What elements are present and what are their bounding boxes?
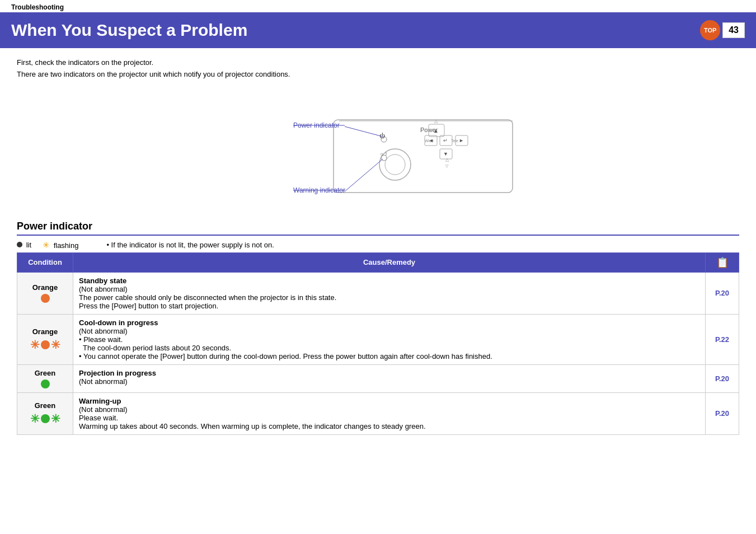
projector-diagram: ⏻ Power ☼ ! ▲ △ Wide Tele ↵ [210,86,546,209]
power-indicator-table: Condition Cause/Remedy 📋 Orange [17,252,739,435]
cause-cell-3: Projection in progress (Not abnormal) [73,364,706,392]
legend-lit: lit [17,241,31,249]
cause-cell-4: Warming-up (Not abnormal) Please wait. W… [73,392,706,434]
section-title-power: Power indicator [17,221,739,236]
svg-text:▼: ▼ [443,151,448,157]
legend-area: lit ✳ flashing • If the indicator is not… [17,240,739,250]
cause-title-2: Cool-down in progress [79,318,699,327]
cause-cell-2: Cool-down in progress (Not abnormal) • P… [73,314,706,364]
condition-color-3: Green [23,369,67,377]
ref-link-2[interactable]: P.22 [715,335,729,344]
svg-point-2 [385,154,405,175]
condition-color-2: Orange [23,327,67,336]
col-cause: Cause/Remedy [73,252,706,272]
ref-link-4[interactable]: P.20 [715,409,729,418]
green-flash-icon: ✳ ✳ [23,412,67,425]
flash-sun-icon: ✳ [43,240,50,250]
page-number: 43 [722,22,745,38]
svg-text:↵: ↵ [443,138,448,143]
ref-link-1[interactable]: P.20 [715,289,729,297]
cause-body-3: (Not abnormal) [79,377,699,386]
orange-dot-icon [23,294,67,303]
condition-color-1: Orange [23,283,67,292]
cause-body-2: (Not abnormal) • Please wait. The cool-d… [79,327,699,360]
top-icon[interactable]: TOP [700,20,720,40]
cause-title-1: Standby state [79,277,699,285]
ref-cell-3[interactable]: P.20 [706,364,739,392]
cause-title-3: Projection in progress [79,369,699,377]
content-area: First, check the indicators on the proje… [0,48,756,441]
svg-line-23 [345,127,383,137]
condition-cell-2: Orange ✳ ✳ [17,314,73,364]
title-bar-right: TOP 43 [700,20,745,40]
col-ref: 📋 [706,252,739,272]
ref-cell-1[interactable]: P.20 [706,272,739,314]
lit-dot-icon [17,242,22,247]
condition-cell-4: Green ✳ ✳ [17,392,73,434]
title-bar: When You Suspect a Problem TOP 43 [0,12,756,48]
svg-text:▽: ▽ [445,164,449,168]
diagram-wrap: ⏻ Power ☼ ! ▲ △ Wide Tele ↵ [210,86,546,209]
ref-cell-4[interactable]: P.20 [706,392,739,434]
col-condition: Condition [17,252,73,272]
green-dot-icon [23,380,67,388]
table-row: Green Projection in progress (Not abnorm… [17,364,739,392]
table-header-row: Condition Cause/Remedy 📋 [17,252,739,272]
note-icon: 📋 [716,257,729,268]
cause-title-4: Warming-up [79,397,699,405]
cause-cell-1: Standby state (Not abnormal) The power c… [73,272,706,314]
svg-text:◄: ◄ [429,138,434,143]
cause-body-1: (Not abnormal) The power cable should on… [79,285,699,310]
page-title: When You Suspect a Problem [11,21,247,40]
svg-text:△: △ [445,157,449,162]
intro-line-1: First, check the indicators on the proje… [17,57,739,69]
page: Troubleshooting When You Suspect a Probl… [0,0,756,441]
condition-cell-1: Orange [17,272,73,314]
ref-link-3[interactable]: P.20 [715,374,729,383]
intro-line-2: There are two indicators on the projecto… [17,69,739,81]
svg-text:►: ► [459,138,464,143]
table-row: Orange ✳ ✳ Cool-down in progress (Not ab… [17,314,739,364]
breadcrumb: Troubleshooting [0,0,756,12]
condition-cell-3: Green [17,364,73,392]
svg-line-25 [345,159,383,191]
flashing-label: flashing [54,241,79,250]
table-row: Green ✳ ✳ Warming-up (Not abnormal) Plea… [17,392,739,434]
ref-cell-2[interactable]: P.22 [706,314,739,364]
table-row: Orange Standby state (Not abnormal) The … [17,272,739,314]
cause-body-4: (Not abnormal) Please wait. Warming up t… [79,405,699,430]
legend-note: • If the indicator is not lit, the power… [106,241,274,249]
legend-flashing: ✳ flashing [43,240,78,250]
intro-text: First, check the indicators on the proje… [17,57,739,81]
svg-text:▲: ▲ [433,128,439,134]
diagram-area: ⏻ Power ☼ ! ▲ △ Wide Tele ↵ [17,86,739,209]
svg-text:☼ !: ☼ ! [379,151,387,157]
condition-color-4: Green [23,401,67,410]
lit-label: lit [26,241,31,249]
orange-flash-icon: ✳ ✳ [23,338,67,352]
